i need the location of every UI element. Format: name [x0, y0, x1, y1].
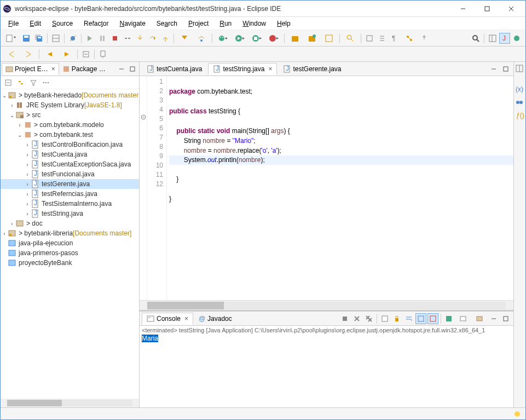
run-button[interactable] [232, 33, 247, 44]
close-tab-icon[interactable]: × [51, 65, 55, 73]
tree-jre[interactable]: ›JRE System Library [JavaSE-1.8] [1, 100, 139, 110]
tree-src[interactable]: ⌄> src [1, 110, 139, 120]
open-type-button[interactable] [321, 33, 337, 44]
minimize-button[interactable] [451, 1, 475, 16]
menu-file[interactable]: File [4, 19, 23, 28]
maximize-view-button[interactable] [127, 64, 138, 74]
menu-search[interactable]: Search [152, 19, 182, 28]
fold-marker-icon[interactable] [141, 114, 146, 120]
code-editor[interactable]: 123456789101112 package com.bytebank.tes… [140, 76, 513, 300]
debug-perspective-button[interactable] [511, 33, 522, 44]
display-selected-button[interactable] [455, 313, 471, 324]
menu-project[interactable]: Project [184, 19, 213, 28]
project-explorer-tab[interactable]: Project E… × [2, 63, 59, 75]
line-gutter[interactable]: 123456789101112 [147, 76, 167, 300]
collapse-all-button[interactable] [3, 77, 14, 88]
remove-all-button[interactable] [363, 313, 374, 324]
tree-file[interactable]: ›JtestControlBonificacion.java [1, 140, 139, 149]
save-button[interactable] [21, 33, 32, 44]
quick-access-button[interactable] [470, 33, 481, 44]
new-package-button[interactable] [287, 33, 303, 44]
remove-launch-button[interactable] [351, 313, 362, 324]
skip-breakpoints-button[interactable] [67, 33, 78, 44]
left-hscrollbar[interactable] [1, 399, 139, 407]
variables-view-button[interactable]: (x)= [515, 85, 525, 95]
show-console-stdout-button[interactable] [415, 313, 426, 324]
editor-tab-testgerente[interactable]: JtestGerente.java [278, 63, 346, 75]
tree-package-modelo[interactable]: ›> com.bytebank.modelo [1, 120, 139, 130]
minimize-console-button[interactable] [488, 313, 499, 324]
back-button[interactable] [42, 49, 57, 60]
menu-help[interactable]: Help [273, 19, 295, 28]
use-step-filters-button[interactable] [194, 33, 209, 44]
pin-editor-button[interactable] [97, 49, 108, 60]
drop-to-frame-button[interactable] [177, 33, 192, 44]
link-editor-button[interactable] [15, 77, 26, 88]
editor-tab-teststring[interactable]: JtestString.java× [208, 63, 277, 75]
suspend-button[interactable] [97, 33, 108, 44]
debug-button[interactable] [215, 33, 230, 44]
collapse-button[interactable] [80, 49, 91, 60]
tree-project-closed[interactable]: java-pila-ejecucion [1, 238, 139, 248]
package-explorer-tab[interactable]: Package … [59, 64, 109, 74]
step-return-button[interactable] [160, 33, 171, 44]
toggle-block-button[interactable] [377, 33, 388, 44]
tree-file[interactable]: ›JtestCuentaExceptionSaca.java [1, 159, 139, 169]
tree-project-closed[interactable]: proyectoByteBank [1, 258, 139, 268]
tree-file[interactable]: ›JTestSistemaInterno.java [1, 199, 139, 209]
maximize-console-button[interactable] [500, 313, 511, 324]
console-tab[interactable]: Console× [142, 313, 193, 325]
tip-icon[interactable] [513, 410, 521, 418]
view-menu-button[interactable] [41, 77, 51, 88]
marker-column[interactable] [140, 76, 147, 300]
tree-file[interactable]: ›JtestFuncional.java [1, 169, 139, 179]
code-area[interactable]: package com.bytebank.test; public class … [167, 76, 513, 300]
close-tab-icon[interactable]: × [268, 65, 272, 73]
menu-source[interactable]: Source [48, 19, 77, 28]
disconnect-button[interactable] [122, 33, 133, 44]
last-edit-button[interactable] [4, 49, 19, 60]
terminate-console-button[interactable] [339, 313, 350, 324]
tree-doc[interactable]: ›> doc [1, 218, 139, 228]
external-tools-button[interactable] [266, 33, 281, 44]
toggle-button[interactable] [50, 33, 61, 44]
scroll-lock-button[interactable] [391, 313, 402, 324]
step-into-button[interactable] [135, 33, 146, 44]
tree-file[interactable]: ›JtestString.java [1, 209, 139, 218]
maximize-button[interactable] [475, 1, 499, 16]
open-perspective-button[interactable] [487, 33, 498, 44]
tree-file[interactable]: ›JtestReferncias.java [1, 189, 139, 199]
expressions-view-button[interactable]: ƒ() [515, 111, 525, 121]
tree-package-test[interactable]: ⌄> com.bytebank.test [1, 130, 139, 140]
pin-console-button[interactable] [443, 313, 454, 324]
show-console-stderr-button[interactable] [427, 313, 438, 324]
editor-hscrollbar[interactable] [140, 300, 513, 310]
tree-file-selected[interactable]: ›JtestGerente.java [1, 179, 139, 189]
minimize-view-button[interactable] [116, 64, 127, 74]
minimize-editor-button[interactable] [488, 64, 499, 74]
next-edit-button[interactable] [21, 49, 36, 60]
menu-run[interactable]: Run [215, 19, 236, 28]
filter-button[interactable] [28, 77, 39, 88]
pin-button[interactable] [419, 33, 430, 44]
toggle-mark-button[interactable] [364, 33, 375, 44]
menu-edit[interactable]: Edit [25, 19, 45, 28]
word-wrap-button[interactable] [403, 313, 414, 324]
save-all-button[interactable] [33, 33, 44, 44]
resume-button[interactable] [84, 33, 95, 44]
menu-window[interactable]: Window [238, 19, 270, 28]
search-button[interactable] [343, 33, 358, 44]
new-class-button[interactable] [304, 33, 320, 44]
close-button[interactable] [499, 1, 523, 16]
terminate-button[interactable] [109, 33, 120, 44]
step-over-button[interactable] [147, 33, 158, 44]
menu-refactor[interactable]: Refactor [79, 19, 113, 28]
git-button[interactable] [402, 33, 417, 44]
editor-tab-testcuenta[interactable]: JtestCuenta.java [142, 63, 207, 75]
java-perspective-button[interactable]: J [499, 33, 510, 44]
clear-console-button[interactable] [379, 313, 390, 324]
tree-project-closed[interactable]: java-primeros-pasos [1, 248, 139, 258]
tree-file[interactable]: ›JtestCuenta.java [1, 149, 139, 159]
menu-navigate[interactable]: Navigate [115, 19, 149, 28]
restore-view-button[interactable] [515, 64, 525, 74]
